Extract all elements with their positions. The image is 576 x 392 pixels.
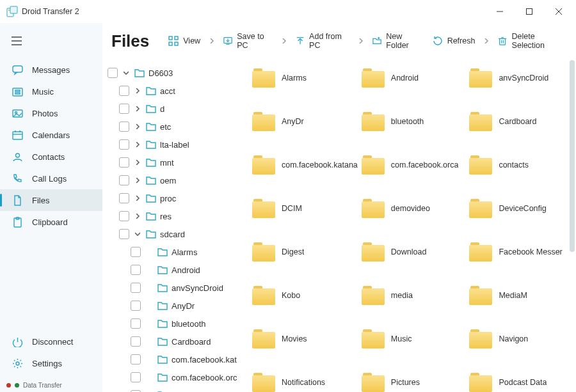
refresh-button[interactable]: Refresh bbox=[429, 33, 479, 49]
chevron-right-icon[interactable] bbox=[133, 124, 142, 129]
tree-leaf[interactable]: Alarms bbox=[108, 243, 243, 261]
tree-item-proc[interactable]: proc bbox=[108, 189, 243, 207]
titlebar: Droid Transfer 2 bbox=[0, 0, 576, 23]
folder-item[interactable]: demovideo bbox=[362, 196, 466, 221]
tree-checkbox[interactable] bbox=[119, 104, 129, 114]
tree-checkbox[interactable] bbox=[131, 318, 141, 329]
folder-item[interactable]: contacts bbox=[469, 152, 573, 178]
folder-icon bbox=[362, 199, 385, 218]
sidebar-item-clipboard[interactable]: Clipboard bbox=[0, 211, 102, 233]
tree-root[interactable]: D6603 bbox=[108, 64, 243, 82]
chevron-right-icon[interactable] bbox=[133, 106, 142, 111]
statusbar: Data Transfer bbox=[0, 378, 102, 392]
sidebar-item-contacts[interactable]: Contacts bbox=[0, 146, 102, 168]
tree-checkbox[interactable] bbox=[119, 211, 129, 221]
maximize-button[interactable] bbox=[515, 1, 544, 22]
tree-checkbox[interactable] bbox=[131, 283, 141, 293]
tree-leaf[interactable]: contacts bbox=[108, 386, 243, 392]
folder-item[interactable]: Kobo bbox=[252, 283, 358, 308]
chevron-right-icon[interactable] bbox=[133, 160, 142, 165]
folder-item[interactable]: com.facebook.orca bbox=[362, 152, 466, 178]
folder-icon bbox=[146, 175, 156, 185]
chevron-right-icon[interactable] bbox=[133, 178, 142, 183]
tree-item-mnt[interactable]: mnt bbox=[108, 153, 243, 171]
tree-checkbox[interactable] bbox=[131, 354, 141, 365]
folder-icon bbox=[252, 112, 275, 131]
folder-item[interactable]: AnyDr bbox=[252, 109, 358, 134]
tree-checkbox[interactable] bbox=[119, 229, 129, 239]
folder-item[interactable]: anvSyncDroid bbox=[469, 65, 573, 91]
new-folder-button[interactable]: New Folder bbox=[369, 29, 426, 52]
chevron-right-icon[interactable] bbox=[133, 214, 142, 219]
tree-leaf[interactable]: com.facebook.kat bbox=[108, 350, 243, 368]
folder-item[interactable]: DCIM bbox=[252, 196, 358, 221]
sidebar-bottom-disconnect[interactable]: Disconnect bbox=[0, 331, 102, 352]
grid-scrollbar[interactable] bbox=[570, 60, 575, 391]
folder-item[interactable]: media bbox=[362, 283, 466, 308]
tree-checkbox[interactable] bbox=[131, 247, 141, 257]
tree-item-lta-label[interactable]: lta-label bbox=[108, 136, 243, 153]
delete-selection-button[interactable]: Delete Selection bbox=[494, 29, 567, 52]
folder-item[interactable]: Download bbox=[362, 239, 466, 265]
folder-item[interactable]: Music bbox=[362, 326, 466, 352]
save-to-pc-button[interactable]: Save to PC bbox=[220, 29, 276, 52]
nav-label: Call Logs bbox=[32, 174, 67, 184]
chevron-right-icon[interactable] bbox=[133, 196, 142, 201]
sidebar-item-messages[interactable]: Messages bbox=[0, 59, 102, 81]
tree-checkbox[interactable] bbox=[119, 157, 129, 168]
folder-item[interactable]: Movies bbox=[252, 326, 358, 352]
tree-leaf[interactable]: AnyDr bbox=[108, 297, 243, 315]
tree-checkbox[interactable] bbox=[119, 175, 129, 185]
tree-item-sdcard[interactable]: sdcard bbox=[108, 225, 243, 243]
tree-leaf[interactable]: bluetooth bbox=[108, 315, 243, 333]
tree-checkbox[interactable] bbox=[119, 139, 129, 150]
view-button[interactable]: View bbox=[164, 33, 204, 49]
sidebar-item-files[interactable]: Files bbox=[0, 189, 102, 211]
tree-checkbox[interactable] bbox=[119, 193, 129, 203]
hamburger-button[interactable] bbox=[5, 29, 28, 52]
folder-item[interactable]: Cardboard bbox=[469, 109, 573, 134]
folder-item[interactable]: MediaM bbox=[469, 283, 573, 308]
tree-checkbox[interactable] bbox=[131, 372, 141, 382]
tree-item-oem[interactable]: oem bbox=[108, 171, 243, 189]
chevron-right-icon[interactable] bbox=[133, 142, 142, 147]
sidebar-item-calendars[interactable]: Calendars bbox=[0, 124, 102, 146]
chevron-down-icon[interactable] bbox=[133, 231, 142, 237]
folder-item[interactable]: Android bbox=[362, 65, 466, 91]
tree-item-res[interactable]: res bbox=[108, 207, 243, 225]
folder-item[interactable]: DeviceConfig bbox=[469, 196, 573, 221]
sidebar-item-photos[interactable]: Photos bbox=[0, 102, 102, 124]
add-from-pc-button[interactable]: Add from PC bbox=[292, 29, 353, 52]
tree-checkbox[interactable] bbox=[131, 336, 141, 347]
folder-icon bbox=[469, 112, 492, 131]
sidebar-bottom-settings[interactable]: Settings bbox=[0, 352, 102, 374]
tree-leaf[interactable]: anvSyncDroid bbox=[108, 279, 243, 297]
tree-checkbox[interactable] bbox=[131, 265, 141, 275]
folder-item[interactable]: bluetooth bbox=[362, 109, 466, 134]
tree-leaf[interactable]: com.facebook.orc bbox=[108, 368, 243, 386]
close-button[interactable] bbox=[544, 1, 573, 22]
tree-checkbox[interactable] bbox=[131, 301, 141, 311]
folder-item[interactable]: Alarms bbox=[252, 65, 358, 91]
folder-item[interactable]: Notifications bbox=[252, 370, 358, 392]
sidebar-item-music[interactable]: Music bbox=[0, 81, 102, 102]
minimize-button[interactable] bbox=[485, 1, 515, 22]
folder-item[interactable]: com.facebook.katana bbox=[252, 152, 358, 178]
folder-icon bbox=[469, 329, 492, 349]
folder-item[interactable]: Facebook Messer bbox=[469, 239, 573, 265]
tree-item-etc[interactable]: etc bbox=[108, 118, 243, 136]
chevron-down-icon[interactable] bbox=[122, 70, 131, 75]
folder-item[interactable]: Pictures bbox=[362, 370, 466, 392]
tree-item-acct[interactable]: acct bbox=[108, 82, 243, 100]
tree-item-d[interactable]: d bbox=[108, 100, 243, 118]
tree-leaf[interactable]: Cardboard bbox=[108, 333, 243, 350]
folder-item[interactable]: Digest bbox=[252, 239, 358, 265]
sidebar-item-call-logs[interactable]: Call Logs bbox=[0, 168, 102, 189]
tree-checkbox[interactable] bbox=[108, 68, 118, 78]
folder-item[interactable]: Navigon bbox=[469, 326, 573, 352]
folder-item[interactable]: Podcast Data bbox=[469, 370, 573, 392]
tree-checkbox[interactable] bbox=[119, 86, 129, 96]
tree-checkbox[interactable] bbox=[119, 122, 129, 132]
tree-leaf[interactable]: Android bbox=[108, 261, 243, 279]
chevron-right-icon[interactable] bbox=[133, 88, 142, 93]
